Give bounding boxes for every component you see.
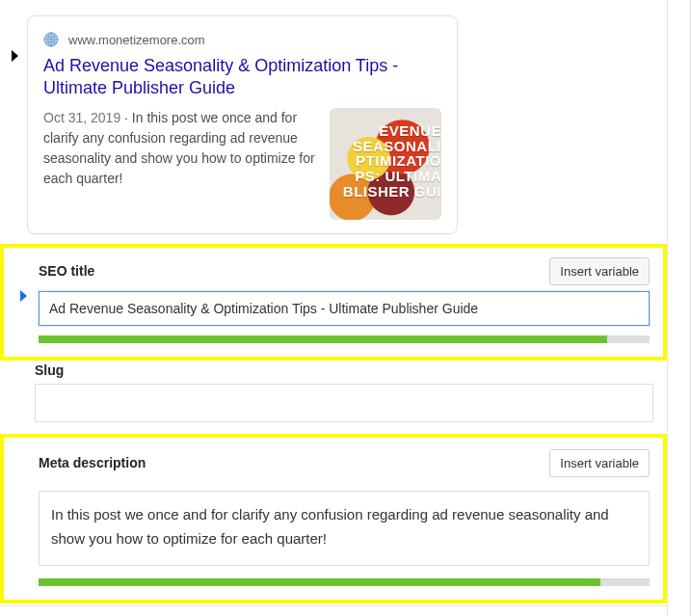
seo-title-progress xyxy=(39,335,650,343)
meta-description-section: Meta description Insert variable xyxy=(4,438,663,600)
expand-caret-icon[interactable] xyxy=(20,290,27,302)
preview-domain: www.monetizemore.com xyxy=(68,33,205,47)
slug-label: Slug xyxy=(35,362,653,378)
slug-section: Slug xyxy=(0,357,667,438)
seo-title-header: SEO title Insert variable xyxy=(39,257,650,285)
seo-title-label: SEO title xyxy=(39,263,94,279)
thumb-line: PTIMIZATIO xyxy=(330,153,441,169)
meta-description-header: Meta description Insert variable xyxy=(39,449,650,477)
preview-date: Oct 31, 2019 xyxy=(43,110,120,125)
insert-variable-button[interactable]: Insert variable xyxy=(549,449,650,477)
preview-body: Oct 31, 2019 · In this post we once and … xyxy=(43,108,441,220)
google-preview-area: www.monetizemore.com Ad Revenue Seasonal… xyxy=(0,0,667,244)
preview-title: Ad Revenue Seasonality & Optimization Ti… xyxy=(43,55,441,100)
meta-description-label: Meta description xyxy=(39,455,146,470)
meta-description-input[interactable] xyxy=(39,491,650,566)
thumb-line: PS: ULTIMA xyxy=(330,169,441,184)
preview-thumbnail: EVENUE SEASONALI PTIMIZATIO PS: ULTIMA B… xyxy=(330,108,441,220)
meta-description-progress xyxy=(39,578,650,586)
seo-title-section: SEO title Insert variable xyxy=(4,248,663,357)
slug-input[interactable] xyxy=(35,384,653,422)
preview-snippet: Oct 31, 2019 · In this post we once and … xyxy=(43,108,316,220)
collapse-caret-icon[interactable] xyxy=(12,50,18,62)
thumbnail-overlay-text: EVENUE SEASONALI PTIMIZATIO PS: ULTIMA B… xyxy=(330,123,441,200)
insert-variable-button[interactable]: Insert variable xyxy=(549,257,650,285)
globe-icon xyxy=(43,32,59,47)
preview-sep: · xyxy=(120,110,132,125)
google-preview-card: www.monetizemore.com Ad Revenue Seasonal… xyxy=(27,15,458,234)
thumb-line: EVENUE SEASONALI xyxy=(330,123,441,154)
seo-title-input[interactable] xyxy=(39,291,650,326)
seo-editor-panel: www.monetizemore.com Ad Revenue Seasonal… xyxy=(0,0,668,616)
divider xyxy=(0,605,667,606)
thumb-line: BLISHER GUI xyxy=(330,184,441,200)
meta-description-progress-fill xyxy=(39,578,600,586)
seo-title-progress-fill xyxy=(39,335,607,343)
preview-url-row: www.monetizemore.com xyxy=(43,32,441,47)
